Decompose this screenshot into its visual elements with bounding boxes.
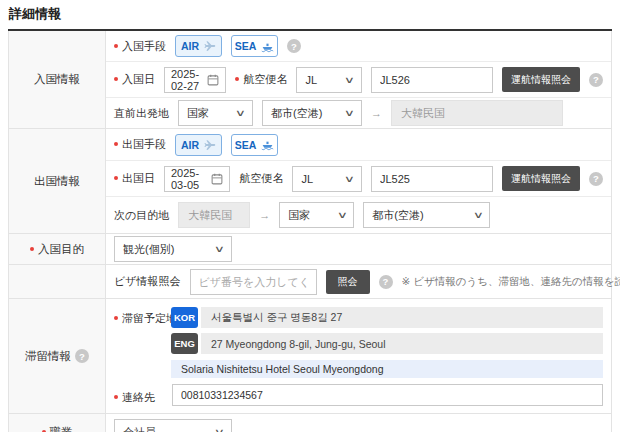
- sea-label: SEA: [235, 40, 257, 52]
- departure-resolved-place-field: 大韓民国: [178, 202, 250, 228]
- entry-flight-info-button[interactable]: 運航情報照会: [502, 67, 580, 92]
- visa-number-input[interactable]: [190, 269, 317, 295]
- departure-airline-select[interactable]: JL ∨: [292, 166, 362, 192]
- help-icon[interactable]: ?: [589, 172, 603, 186]
- chevron-down-icon: ∨: [214, 427, 225, 432]
- departure-sea-button[interactable]: SEA: [231, 134, 278, 156]
- departure-country-value: 国家: [288, 208, 310, 223]
- section-occupation: 職業 会社員 ∨: [9, 414, 611, 432]
- entry-prev-place-label: 直前出発地: [114, 106, 169, 121]
- departure-country-select[interactable]: 国家 ∨: [279, 202, 354, 228]
- entry-date-input[interactable]: 2025-02-27: [164, 67, 226, 93]
- stay-address-eng-field: 27 Myeongdong 8-gil, Jung-gu, Seoul: [201, 333, 603, 354]
- departure-date-label: 出国日: [114, 171, 155, 186]
- occupation-label: 職業: [42, 425, 73, 432]
- stay-section-label: 滞留情報: [25, 349, 71, 364]
- help-icon[interactable]: ?: [75, 349, 89, 363]
- departure-date-input[interactable]: 2025-03-05: [164, 166, 230, 192]
- departure-next-place-label: 次の目的地: [114, 208, 169, 223]
- calendar-icon: [207, 74, 219, 86]
- entry-flight-label: 航空便名: [235, 72, 287, 87]
- entry-city-select[interactable]: 都市(空港) ∨: [262, 100, 362, 126]
- ship-icon: [261, 40, 274, 53]
- departure-section-header: 出国情報: [9, 129, 106, 233]
- departure-flight-number-input[interactable]: [371, 166, 493, 192]
- help-icon[interactable]: ?: [589, 73, 603, 87]
- entry-section-header: 入国情報: [9, 31, 106, 128]
- contact-input[interactable]: [172, 384, 603, 406]
- eng-language-badge[interactable]: ENG: [171, 333, 198, 354]
- kor-language-badge[interactable]: KOR: [171, 307, 198, 328]
- entry-airline-value: JL: [305, 74, 317, 86]
- sea-label: SEA: [235, 139, 257, 151]
- entry-date-value: 2025-02-27: [171, 68, 207, 92]
- purpose-row: 観光(個別) ∨: [106, 234, 611, 264]
- occupation-section-header: 職業: [9, 414, 106, 432]
- help-icon[interactable]: ?: [287, 39, 301, 53]
- entry-country-select[interactable]: 国家 ∨: [178, 100, 253, 126]
- departure-next-place-row: 次の目的地 大韓民国 → 国家 ∨ 都市(空港) ∨: [106, 197, 611, 233]
- chevron-down-icon: ∨: [235, 108, 246, 118]
- chevron-down-icon: ∨: [336, 210, 347, 220]
- airplane-icon: [204, 40, 216, 52]
- section-visa-inquiry: ビザ情報照会 照会 ? ※ ビザ情報のうち、滞留地、連絡先の情報を読み込みます。: [9, 265, 611, 299]
- departure-method-row: 出国手段 AIR SEA: [106, 129, 611, 161]
- detail-table: 入国情報 入国手段 AIR SEA: [8, 31, 612, 432]
- air-label: AIR: [181, 139, 199, 151]
- stay-address-kor-row: KOR 서울특별시 중구 명동8길 27: [171, 307, 603, 328]
- chevron-down-icon: ∨: [214, 244, 225, 254]
- entry-city-value: 都市(空港): [271, 106, 322, 121]
- departure-airline-value: JL: [301, 173, 313, 185]
- entry-date-row: 入国日 2025-02-27 航空便名 JL ∨ 運航情報照会 ?: [106, 62, 611, 98]
- ship-icon: [261, 138, 274, 151]
- entry-resolved-place-field: 大韓民国: [391, 100, 563, 126]
- section-stay-info: 滞留情報 ? 滞留予定地 KOR 서울특별시 중구 명동8길 27 ENG 27…: [9, 299, 611, 414]
- entry-flight-number-input[interactable]: [371, 67, 493, 93]
- entry-method-label: 入国手段: [114, 39, 166, 54]
- visa-inquiry-label: ビザ情報照会: [114, 274, 181, 289]
- stay-contact-row: 連絡先: [114, 384, 603, 406]
- page-title: 詳細情報: [8, 3, 612, 31]
- departure-flight-label: 航空便名: [239, 171, 283, 186]
- stay-place-label: 滞留予定地: [114, 307, 169, 378]
- visa-row: ビザ情報照会 照会 ? ※ ビザ情報のうち、滞留地、連絡先の情報を読み込みます。: [106, 265, 611, 298]
- contact-label: 連絡先: [114, 386, 169, 405]
- departure-date-row: 出国日 2025-03-05 航空便名 JL ∨ 運航情報照会 ?: [106, 161, 611, 197]
- purpose-value: 観光(個別): [123, 242, 174, 257]
- stay-section-header: 滞留情報 ?: [9, 299, 106, 413]
- purpose-label: 入国目的: [30, 242, 84, 257]
- help-icon[interactable]: ?: [379, 275, 393, 289]
- visa-inquiry-button[interactable]: 照会: [326, 270, 370, 294]
- chevron-down-icon: ∨: [472, 210, 483, 220]
- entry-airline-select[interactable]: JL ∨: [296, 67, 362, 93]
- section-entry-info: 入国情報 入国手段 AIR SEA: [9, 31, 611, 129]
- chevron-down-icon: ∨: [344, 75, 355, 85]
- entry-prev-place-row: 直前出発地 国家 ∨ 都市(空港) ∨ → 大韓民国: [106, 98, 611, 128]
- occupation-select[interactable]: 会社員 ∨: [114, 419, 232, 432]
- entry-date-label: 入国日: [114, 72, 155, 87]
- visa-section-header: [9, 265, 106, 298]
- departure-section-label: 出国情報: [34, 174, 80, 189]
- visa-note: ※ ビザ情報のうち、滞留地、連絡先の情報を読み込みます。: [402, 275, 620, 289]
- chevron-down-icon: ∨: [344, 108, 355, 118]
- stay-hotel-name-field: Solaria Nishitetsu Hotel Seoul Myeongdon…: [171, 360, 603, 378]
- departure-air-button[interactable]: AIR: [175, 134, 222, 156]
- entry-air-button[interactable]: AIR: [175, 35, 222, 57]
- purpose-select[interactable]: 観光(個別) ∨: [114, 236, 232, 262]
- chevron-down-icon: ∨: [344, 174, 355, 184]
- purpose-section-header: 入国目的: [9, 234, 106, 264]
- departure-city-select[interactable]: 都市(空港) ∨: [363, 202, 490, 228]
- section-entry-purpose: 入国目的 観光(個別) ∨: [9, 234, 611, 265]
- occupation-row: 会社員 ∨: [106, 414, 611, 432]
- entry-sea-button[interactable]: SEA: [231, 35, 278, 57]
- departure-flight-info-button[interactable]: 運航情報照会: [502, 166, 580, 191]
- arrow-right-icon: →: [259, 209, 270, 221]
- airplane-icon: [204, 139, 216, 151]
- air-label: AIR: [181, 40, 199, 52]
- calendar-icon: [211, 173, 223, 185]
- stay-place-row: 滞留予定地 KOR 서울특별시 중구 명동8길 27 ENG 27 Myeong…: [114, 307, 603, 378]
- section-departure-info: 出国情報 出国手段 AIR SEA: [9, 129, 611, 234]
- entry-method-row: 入国手段 AIR SEA ?: [106, 31, 611, 62]
- departure-method-label: 出国手段: [114, 137, 166, 152]
- occupation-value: 会社員: [123, 425, 156, 432]
